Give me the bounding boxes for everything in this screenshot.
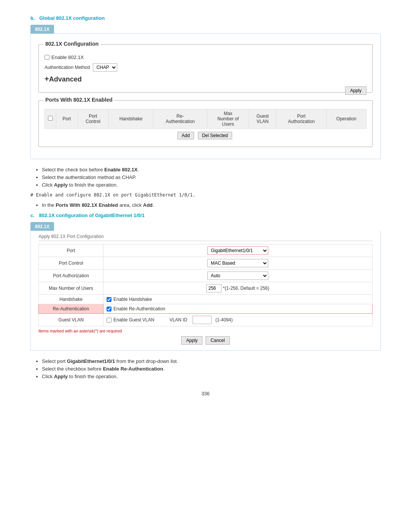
vlan-id-input[interactable]: [193, 316, 212, 324]
bullet-list-1: Select the check box before Enable 802.1…: [42, 167, 381, 188]
col-port-auth: PortAuthorization: [276, 109, 327, 129]
page-number: 336: [30, 391, 381, 396]
reauth-row: Re-Authentication Enable Re-Authenticati…: [39, 304, 373, 314]
max-users-value-cell: *(1-256, Default = 256): [104, 282, 373, 295]
auth-method-label: Authentication Method: [45, 65, 90, 70]
col-re-auth: Re-Authentication: [153, 109, 207, 129]
auth-method-row: Authentication Method CHAP PAP EAP: [45, 63, 366, 72]
reauth-checkbox[interactable]: [107, 307, 112, 312]
col-handshake: Handshake: [108, 109, 153, 129]
port-auth-value-cell: Auto Force Authorized Force Unauthorized: [104, 270, 373, 282]
col-operation: Operation: [327, 109, 366, 129]
col-port: Port: [56, 109, 78, 129]
advanced-label: Advanced: [49, 75, 82, 83]
max-users-hint: *(1-256, Default = 256): [223, 286, 269, 291]
bullet-list-2: Select port GigabitEthernet1/0/1 from th…: [42, 358, 381, 379]
port-config-title: Apply 802.1X Port Configuration: [38, 231, 373, 241]
config-panel-b: 802.1X Configuration Enable 802.1X Authe…: [30, 34, 381, 159]
advanced-toggle[interactable]: +Advanced: [45, 75, 366, 83]
plus-icon: +: [45, 75, 49, 83]
port-auth-label: Port Authorization: [39, 270, 104, 282]
reauth-label: Re-Authentication: [39, 304, 104, 314]
bullet-add: In the Ports With 802.1X Enabled area, c…: [42, 202, 381, 208]
guest-vlan-label: Guest VLAN: [39, 314, 104, 326]
enable-802-1x-checkbox[interactable]: [45, 55, 49, 60]
auth-method-select[interactable]: CHAP PAP EAP: [93, 63, 117, 72]
port-control-value-cell: MAC Based Port Based: [104, 257, 373, 270]
bullet-1-3: Click Apply to finish the operation.: [42, 182, 381, 188]
port-value-cell: GigabitEthernet1/0/1: [104, 244, 373, 257]
bullet-1-2: Select the authentication method as CHAP…: [42, 174, 381, 180]
code-line: # Enable and configure 802.1X on port Gi…: [30, 192, 381, 198]
table-action-row: Add Del Selected: [45, 129, 366, 141]
handshake-cb-label: Enable Handshake: [113, 297, 152, 302]
bullet-1-1: Select the check box before Enable 802.1…: [42, 167, 381, 173]
form-buttons: Apply Cancel: [38, 336, 373, 345]
bullet-2-2: Select the checkbox before Enable Re-Aut…: [42, 366, 381, 372]
enable-checkbox-row: Enable 802.1X: [45, 54, 366, 60]
802-1x-config-section: 802.1X Configuration Enable 802.1X Authe…: [38, 44, 373, 93]
max-users-input[interactable]: [206, 284, 221, 292]
guest-vlan-checkbox[interactable]: [107, 318, 112, 323]
port-config-table: Port GigabitEthernet1/0/1 Port Control M…: [38, 244, 373, 326]
col-port-control: PortControl: [77, 109, 108, 129]
reauth-value-cell: Enable Re-Authentication: [104, 304, 373, 314]
handshake-value-cell: Enable Handshake: [104, 295, 373, 304]
select-all-checkbox[interactable]: [48, 116, 53, 121]
max-users-label: Max Number of Users: [39, 282, 104, 295]
section-b-letter: b.: [30, 15, 35, 21]
apply-button-c[interactable]: Apply: [181, 336, 202, 345]
ports-section: Ports With 802.1X Enabled Port PortContr…: [38, 100, 373, 147]
section-c-letter: c.: [30, 212, 35, 218]
port-select[interactable]: GigabitEthernet1/0/1: [207, 246, 268, 255]
apply-button-b[interactable]: Apply: [345, 86, 366, 95]
tab-802-1x-b[interactable]: 802.1X: [35, 27, 49, 32]
vlan-id-hint: (1-4094): [215, 317, 233, 323]
cancel-button-c[interactable]: Cancel: [206, 336, 229, 345]
guest-vlan-value-cell: Enable Guest VLAN VLAN ID (1-4094): [104, 314, 373, 326]
tab-container-c: 802.1X: [30, 222, 54, 231]
section-b-title: Global 802.1X configuration: [39, 15, 105, 21]
handshake-checkbox[interactable]: [107, 297, 112, 302]
port-control-select[interactable]: MAC Based Port Based: [207, 259, 268, 267]
enable-802-1x-label: Enable 802.1X: [51, 54, 84, 60]
tab-802-1x-c[interactable]: 802.1X: [35, 224, 49, 229]
col-max-users: MaxNumber ofUsers: [207, 109, 249, 129]
add-button[interactable]: Add: [177, 132, 194, 139]
reauth-cb-label: Enable Re-Authentication: [113, 306, 165, 312]
bullet-2-3: Click Apply to finish the operation.: [42, 374, 381, 379]
port-auth-select[interactable]: Auto Force Authorized Force Unauthorized: [207, 272, 268, 280]
col-guest-vlan: GuestVLAN: [249, 109, 276, 129]
bullet-add-list: In the Ports With 802.1X Enabled area, c…: [42, 202, 381, 208]
ports-legend: Ports With 802.1X Enabled: [43, 97, 114, 103]
port-control-label: Port Control: [39, 257, 104, 270]
vlan-id-label: VLAN ID: [169, 317, 187, 323]
ports-table: Port PortControl Handshake Re-Authentica…: [45, 109, 366, 129]
port-label: Port: [39, 244, 104, 257]
guest-vlan-cb-label: Enable Guest VLAN: [113, 317, 154, 323]
section-c-title: 802.1X configuration of GigabitEthernet …: [39, 212, 144, 218]
handshake-label: Handshake: [39, 295, 104, 304]
bullet-2-1: Select port GigabitEthernet1/0/1 from th…: [42, 358, 381, 364]
col-checkbox: [45, 109, 56, 129]
del-selected-button[interactable]: Del Selected: [198, 132, 232, 139]
port-config-panel: Apply 802.1X Port Configuration Port Gig…: [30, 231, 381, 351]
tab-container-b: 802.1X: [30, 25, 54, 34]
config-legend: 802.1X Configuration: [43, 41, 100, 47]
required-note: Items marked with an asterisk(*) are req…: [38, 329, 373, 333]
